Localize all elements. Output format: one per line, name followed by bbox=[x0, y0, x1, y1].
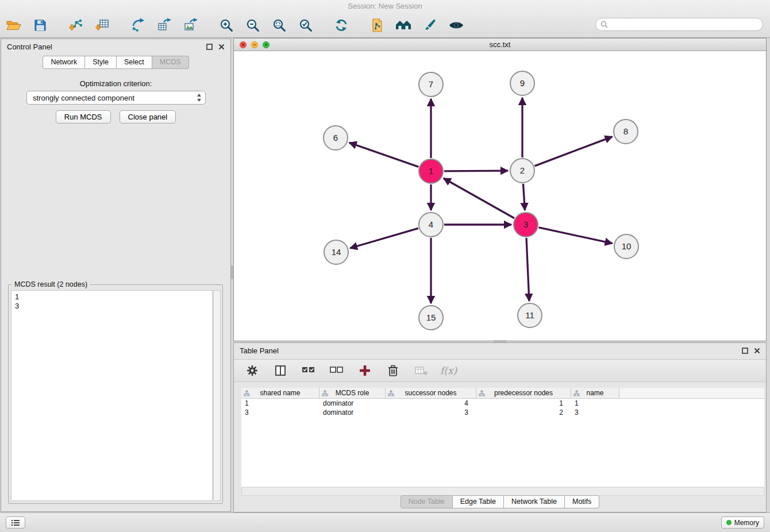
graph-edge-2-8[interactable] bbox=[535, 137, 613, 166]
export-network-button[interactable] bbox=[129, 16, 147, 34]
tab-style[interactable]: Style bbox=[85, 56, 117, 69]
table-cell[interactable]: 3 bbox=[386, 408, 476, 417]
control-panel-tabs: NetworkStyleSelectMCDS bbox=[1, 56, 230, 69]
table-cell[interactable]: 2 bbox=[476, 408, 571, 417]
refresh-icon bbox=[334, 18, 349, 33]
horizontal-splitter-handle[interactable] bbox=[493, 340, 507, 342]
column-header-successor-nodes[interactable]: successor nodes bbox=[386, 388, 476, 398]
table-cell[interactable]: 3 bbox=[571, 408, 619, 417]
vertical-splitter-handle[interactable] bbox=[231, 265, 233, 279]
graph-node-14[interactable]: 14 bbox=[324, 240, 348, 264]
delete-column-button[interactable] bbox=[384, 361, 402, 380]
graph-node-10[interactable]: 10 bbox=[614, 234, 638, 259]
result-scrollbar[interactable] bbox=[213, 290, 221, 501]
export-table-button[interactable] bbox=[155, 16, 174, 34]
column-header-MCDS-role[interactable]: MCDS role bbox=[319, 388, 386, 398]
close-panel-button[interactable] bbox=[218, 44, 225, 50]
table-tab-node-table[interactable]: Node Table bbox=[401, 495, 453, 508]
graph-edge-1-2[interactable] bbox=[444, 171, 508, 171]
birds-eye-button[interactable] bbox=[447, 16, 465, 34]
memory-button-label: Memory bbox=[734, 519, 759, 527]
float-table-panel-button[interactable] bbox=[742, 348, 748, 354]
table-horizontal-scrollbar[interactable] bbox=[241, 487, 764, 496]
mcds-result-title: MCDS result (2 nodes) bbox=[12, 280, 90, 288]
minimize-window-button[interactable] bbox=[251, 41, 258, 48]
table-settings-button[interactable] bbox=[243, 361, 261, 380]
tab-network[interactable]: Network bbox=[43, 56, 85, 69]
network-canvas[interactable]: 7968124314101511 bbox=[234, 51, 766, 341]
unselect-all-button[interactable] bbox=[328, 361, 346, 380]
add-icon bbox=[359, 364, 371, 377]
graph-node-3[interactable]: 3 bbox=[514, 213, 538, 237]
search-icon bbox=[600, 21, 608, 28]
table-tab-motifs[interactable]: Motifs bbox=[565, 495, 599, 508]
graph-edge-3-1[interactable] bbox=[444, 178, 514, 218]
save-session-button[interactable] bbox=[31, 16, 49, 34]
first-neighbors-button[interactable] bbox=[368, 16, 386, 34]
table-tab-network-table[interactable]: Network Table bbox=[504, 495, 565, 508]
mcds-result-lines[interactable]: 13 bbox=[11, 290, 213, 501]
table-tab-edge-table[interactable]: Edge Table bbox=[453, 495, 504, 508]
table-cell[interactable]: dominator bbox=[319, 399, 386, 408]
graph-node-2[interactable]: 2 bbox=[510, 159, 534, 183]
table-cell[interactable]: dominator bbox=[319, 408, 386, 417]
tab-select[interactable]: Select bbox=[117, 56, 152, 69]
zoom-in-button[interactable] bbox=[217, 16, 236, 34]
table-cell[interactable]: 1 bbox=[241, 399, 319, 408]
delete-table-button[interactable] bbox=[412, 361, 430, 380]
show-columns-button[interactable] bbox=[271, 361, 290, 380]
home-button[interactable] bbox=[394, 16, 413, 34]
maximize-window-button[interactable] bbox=[263, 41, 270, 48]
close-window-button[interactable] bbox=[240, 41, 247, 48]
table-cell[interactable]: 3 bbox=[241, 408, 319, 417]
export-image-button[interactable] bbox=[182, 16, 200, 34]
graphics-details-button[interactable] bbox=[421, 16, 439, 34]
run-mcds-button[interactable]: Run MCDS bbox=[56, 110, 111, 124]
optimization-criterion-select[interactable]: strongly connected component bbox=[26, 91, 206, 105]
graph-node-6[interactable]: 6 bbox=[324, 126, 348, 150]
graph-edge-4-14[interactable] bbox=[350, 228, 418, 248]
column-header-predecessor-nodes[interactable]: predecessor nodes bbox=[476, 388, 571, 398]
memory-button[interactable]: Memory bbox=[721, 516, 764, 529]
zoom-selected-button[interactable] bbox=[297, 16, 315, 34]
select-all-button[interactable] bbox=[299, 361, 318, 380]
add-column-button[interactable] bbox=[356, 361, 374, 380]
column-header-name[interactable]: name bbox=[571, 388, 619, 398]
column-tree-icon bbox=[322, 390, 328, 396]
graph-edge-3-11[interactable] bbox=[526, 238, 529, 301]
brush-icon bbox=[422, 18, 437, 33]
close-panel-action-button[interactable]: Close panel bbox=[120, 110, 176, 124]
graph-node-15[interactable]: 15 bbox=[419, 306, 443, 330]
task-history-button[interactable] bbox=[6, 516, 25, 529]
column-header-shared-name[interactable]: shared name bbox=[241, 388, 319, 398]
tab-mcds[interactable]: MCDS bbox=[152, 56, 189, 69]
import-table-button[interactable] bbox=[93, 16, 111, 34]
table-row[interactable]: 3dominator323 bbox=[241, 408, 764, 417]
search-box[interactable] bbox=[595, 18, 763, 31]
minimize-window-icon bbox=[253, 43, 256, 47]
graph-node-7[interactable]: 7 bbox=[419, 72, 443, 97]
table-cell[interactable]: 1 bbox=[476, 399, 571, 408]
graph-node-1[interactable]: 1 bbox=[419, 159, 443, 183]
table-cell[interactable]: 1 bbox=[571, 399, 619, 408]
open-session-button[interactable] bbox=[5, 16, 23, 34]
svg-text:2: 2 bbox=[520, 165, 525, 175]
column-tree-icon bbox=[388, 390, 394, 396]
graph-edge-2-3[interactable] bbox=[523, 184, 525, 210]
table-row[interactable]: 1dominator411 bbox=[241, 399, 764, 408]
refresh-button[interactable] bbox=[332, 16, 351, 34]
graph-node-9[interactable]: 9 bbox=[510, 71, 534, 95]
float-panel-button[interactable] bbox=[206, 44, 213, 50]
graph-edge-3-10[interactable] bbox=[538, 228, 612, 244]
zoom-out-button[interactable] bbox=[244, 16, 262, 34]
graph-node-4[interactable]: 4 bbox=[419, 213, 443, 237]
function-builder-button[interactable]: f(x) bbox=[440, 365, 457, 376]
graph-node-11[interactable]: 11 bbox=[518, 303, 542, 327]
import-network-button[interactable] bbox=[67, 16, 85, 34]
graph-edge-1-6[interactable] bbox=[349, 142, 419, 167]
close-table-panel-button[interactable] bbox=[754, 348, 760, 354]
graph-node-8[interactable]: 8 bbox=[614, 119, 638, 144]
table-cell[interactable]: 4 bbox=[386, 399, 476, 408]
zoom-fit-button[interactable] bbox=[270, 16, 288, 34]
search-input[interactable] bbox=[611, 21, 758, 29]
